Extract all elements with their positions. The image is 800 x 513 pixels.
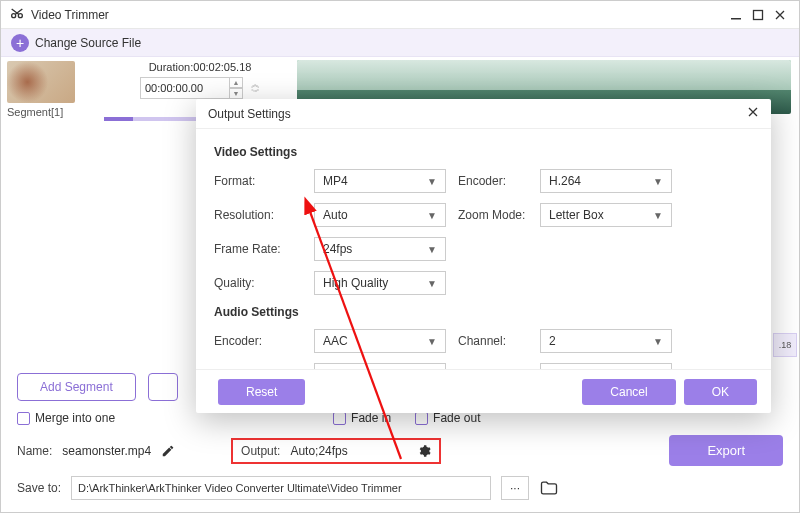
fade-out-checkbox[interactable]: Fade out — [415, 411, 480, 425]
add-source-icon[interactable]: + — [11, 34, 29, 52]
merge-label: Merge into one — [35, 411, 115, 425]
time-step-down[interactable]: ▼ — [229, 88, 243, 99]
framerate-label: Frame Rate: — [214, 242, 314, 256]
audio-encoder-select[interactable]: AAC▼ — [314, 329, 446, 353]
caret-down-icon: ▼ — [427, 244, 437, 255]
zoom-mode-select[interactable]: Letter Box▼ — [540, 203, 672, 227]
name-label: Name: — [17, 444, 52, 458]
caret-down-icon: ▼ — [427, 336, 437, 347]
reset-button[interactable]: Reset — [218, 379, 305, 405]
output-value: Auto;24fps — [290, 444, 347, 458]
segment-label: Segment[1] — [7, 106, 97, 118]
open-folder-icon[interactable] — [539, 478, 559, 498]
app-window: Video Trimmer + Change Source File Segme… — [0, 0, 800, 513]
svg-rect-3 — [754, 10, 763, 19]
add-segment-button[interactable]: Add Segment — [17, 373, 136, 401]
output-label: Output: — [241, 444, 280, 458]
caret-down-icon: ▼ — [427, 176, 437, 187]
framerate-select[interactable]: 24fps▼ — [314, 237, 446, 261]
fade-in-checkbox[interactable]: Fade in — [333, 411, 391, 425]
fade-in-label: Fade in — [351, 411, 391, 425]
quality-label: Quality: — [214, 276, 314, 290]
merge-checkbox[interactable]: Merge into one — [17, 411, 115, 425]
audio-settings-heading: Audio Settings — [214, 305, 753, 319]
edit-name-icon[interactable] — [161, 444, 175, 458]
time-step-up[interactable]: ▲ — [229, 77, 243, 88]
collapse-arrows-icon[interactable]: ︽︾ — [251, 80, 260, 96]
duration-label: Duration:00:02:05.18 — [149, 61, 252, 73]
browse-path-button[interactable]: ··· — [501, 476, 529, 500]
format-label: Format: — [214, 174, 314, 188]
output-summary-box: Output: Auto;24fps — [231, 438, 441, 464]
dialog-title: Output Settings — [208, 107, 291, 121]
output-settings-dialog: Output Settings Video Settings Format: M… — [196, 99, 771, 413]
channel-label: Channel: — [458, 334, 540, 348]
caret-down-icon: ▼ — [427, 278, 437, 289]
minimize-button[interactable] — [725, 4, 747, 26]
cancel-button[interactable]: Cancel — [582, 379, 675, 405]
source-bar: + Change Source File — [1, 29, 799, 57]
extra-segment-button[interactable] — [148, 373, 178, 401]
dialog-close-button[interactable] — [747, 106, 759, 121]
fade-out-label: Fade out — [433, 411, 480, 425]
app-title: Video Trimmer — [31, 8, 109, 22]
resolution-label: Resolution: — [214, 208, 314, 222]
change-source-link[interactable]: Change Source File — [35, 36, 141, 50]
format-select[interactable]: MP4▼ — [314, 169, 446, 193]
video-settings-heading: Video Settings — [214, 145, 753, 159]
dialog-titlebar: Output Settings — [196, 99, 771, 129]
svg-point-0 — [12, 13, 16, 17]
output-settings-icon[interactable] — [417, 444, 431, 458]
start-time-input[interactable]: 00:00:00.00 — [140, 77, 230, 99]
channel-select[interactable]: 2▼ — [540, 329, 672, 353]
ok-button[interactable]: OK — [684, 379, 757, 405]
segment-column: Segment[1] — [1, 57, 103, 117]
svg-point-1 — [18, 13, 22, 17]
quality-select[interactable]: High Quality▼ — [314, 271, 446, 295]
caret-down-icon: ▼ — [653, 176, 663, 187]
export-button[interactable]: Export — [669, 435, 783, 466]
video-encoder-select[interactable]: H.264▼ — [540, 169, 672, 193]
close-button[interactable] — [769, 4, 791, 26]
save-path-field[interactable]: D:\ArkThinker\ArkThinker Video Converter… — [71, 476, 491, 500]
caret-down-icon: ▼ — [427, 210, 437, 221]
app-logo-icon — [9, 7, 25, 23]
segment-thumbnail[interactable] — [7, 61, 75, 103]
zoom-label: Zoom Mode: — [458, 208, 540, 222]
resolution-select[interactable]: Auto▼ — [314, 203, 446, 227]
caret-down-icon: ▼ — [653, 336, 663, 347]
maximize-button[interactable] — [747, 4, 769, 26]
svg-rect-2 — [731, 18, 741, 20]
caret-down-icon: ▼ — [653, 210, 663, 221]
save-to-label: Save to: — [17, 481, 61, 495]
end-time-badge: .18 — [773, 333, 797, 357]
name-value: seamonster.mp4 — [62, 444, 151, 458]
audio-encoder-label: Encoder: — [214, 334, 314, 348]
encoder-label: Encoder: — [458, 174, 540, 188]
titlebar: Video Trimmer — [1, 1, 799, 29]
